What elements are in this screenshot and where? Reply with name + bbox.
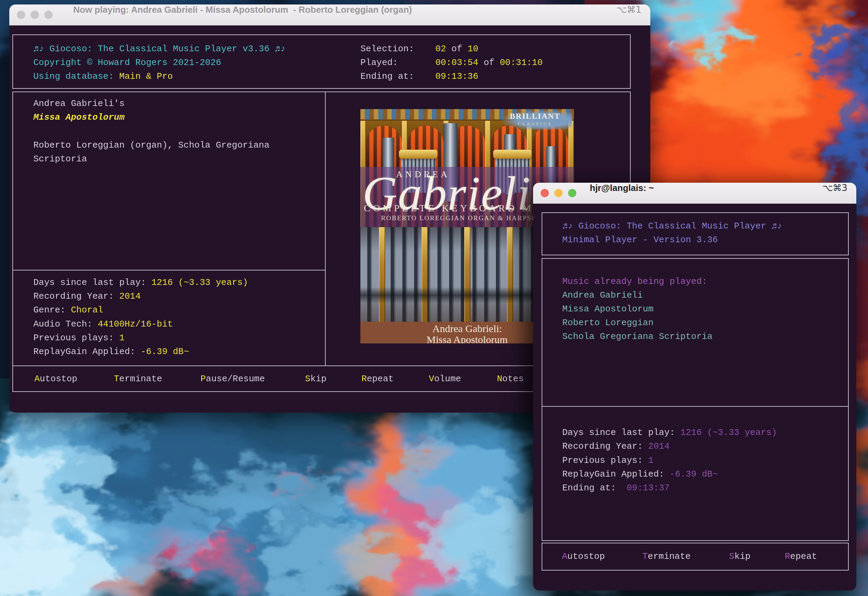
minimize-button[interactable] (554, 189, 562, 197)
database-value: Main & Pro (120, 71, 173, 81)
app-banner: ♬♪ Giocoso: The Classical Music Player v… (33, 42, 285, 56)
menu-pause-resume[interactable]: Pause/Resume (201, 372, 265, 386)
panel-divider-vertical (325, 92, 326, 365)
menu-notes[interactable]: Notes (497, 372, 524, 386)
menu-repeat[interactable]: Repeat (362, 372, 394, 386)
window2-title: hjr@langlais: ~ (590, 183, 654, 203)
menu-skip[interactable]: Skip (305, 372, 326, 386)
close-button[interactable] (17, 11, 25, 19)
window1-shortcut: ⌥⌘1 (616, 4, 641, 25)
meta-year: Recording Year: 2014 (562, 439, 670, 453)
meta-audio: Audio Tech: 44100Hz/16-bit (33, 317, 173, 331)
now-playing-ensemble: Schola Gregoriana Scriptoria (562, 330, 713, 343)
app-version: Minimal Player - Version 3.36 (562, 233, 718, 247)
meta-plays: Previous plays: 1 (562, 454, 653, 467)
track-title: Missa Apostolorum (33, 111, 124, 124)
menu-volume[interactable]: Volume (429, 372, 461, 386)
window2-terminal[interactable]: ♬♪ Giocoso: The Classical Music Player ♬… (533, 183, 856, 590)
meta-ending: Ending at: 09:13:37 (562, 481, 670, 495)
gold-crown (399, 150, 437, 159)
menu-terminate[interactable]: Terminate (642, 550, 691, 563)
track-performers: Roberto Loreggian (organ), Schola Gregor… (33, 138, 328, 152)
meta-days: Days since last play: 1216 (~3.33 years) (33, 276, 248, 289)
status-played: Played:00:03:54 of 00:31:10 (360, 56, 543, 70)
gold-column (379, 227, 385, 322)
meta-replaygain: ReplayGain Applied: -6.39 dB~ (33, 345, 189, 359)
meta-year: Recording Year: 2014 (33, 289, 141, 303)
window1-title: Now playing: Andrea Gabrieli - Missa Apo… (73, 4, 412, 25)
menu-autostop[interactable]: Autostop (562, 550, 605, 563)
copyright-line: Copyright © Howard Rogers 2021-2026 (33, 56, 221, 70)
app-banner: ♬♪ Giocoso: The Classical Music Player ♬… (562, 219, 782, 233)
menu-skip[interactable]: Skip (729, 550, 750, 563)
meta-plays: Previous plays: 1 (33, 331, 124, 345)
menu-terminate[interactable]: Terminate (114, 372, 162, 386)
track-composer: Andrea Gabrieli's (33, 97, 124, 111)
window1-titlebar[interactable]: Now playing: Andrea Gabrieli - Missa Apo… (9, 4, 650, 25)
brilliant-classics-logo: BRILLIANT CLASSICS (498, 109, 572, 130)
window2-titlebar[interactable]: hjr@langlais: ~ ⌥⌘3 (533, 183, 856, 204)
classics-logo-text: CLASSICS (498, 121, 572, 127)
now-playing-artist: Roberto Loreggian (562, 316, 653, 330)
database-line: Using database: Main & Pro (33, 70, 173, 83)
gold-crown (493, 150, 531, 159)
status-selection: Selection:02 of 10 (360, 42, 478, 56)
now-playing-work: Missa Apostolorum (562, 302, 653, 316)
panel-divider (542, 406, 849, 407)
meta-days: Days since last play: 1216 (~3.33 years) (562, 426, 777, 439)
now-playing-heading: Music already being played: (562, 275, 707, 288)
window-terminal-minimal: hjr@langlais: ~ ⌥⌘3 ♬♪ Giocoso: The Clas… (533, 183, 856, 590)
meta-genre: Genre: Choral (33, 303, 103, 317)
menu-autostop[interactable]: Autostop (34, 372, 77, 386)
menu-repeat[interactable]: Repeat (785, 550, 817, 563)
gold-column (507, 227, 513, 322)
panel-divider-horizontal (12, 270, 326, 271)
gold-column (422, 227, 428, 322)
window2-shortcut: ⌥⌘3 (822, 183, 847, 203)
status-ending: Ending at:09:13:36 (360, 70, 478, 83)
zoom-button[interactable] (44, 11, 53, 19)
minimize-button[interactable] (31, 11, 39, 19)
close-button[interactable] (540, 189, 549, 197)
gold-column (464, 227, 471, 322)
zoom-button[interactable] (568, 189, 576, 197)
meta-replaygain: ReplayGain Applied: -6.39 dB~ (562, 467, 718, 481)
brilliant-logo-text: BRILLIANT (498, 112, 572, 121)
now-playing-composer: Andrea Gabrieli (562, 288, 643, 302)
